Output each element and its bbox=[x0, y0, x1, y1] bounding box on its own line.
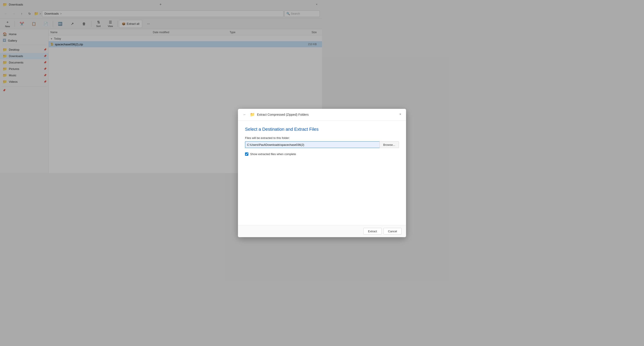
modal-zip-icon: 📁 bbox=[250, 112, 255, 117]
modal-path-input[interactable] bbox=[245, 141, 322, 148]
extract-modal: ← 📁 Extract Compressed (Zipped) Folders … bbox=[238, 109, 322, 173]
modal-folder-label: Files will be extracted to this folder: bbox=[245, 136, 322, 140]
modal-titlebar: ← 📁 Extract Compressed (Zipped) Folders … bbox=[238, 109, 322, 120]
modal-heading: Select a Destination and Extract Files bbox=[245, 127, 322, 132]
show-files-label: Show extracted files when complete bbox=[250, 152, 296, 156]
modal-overlay: ← 📁 Extract Compressed (Zipped) Folders … bbox=[0, 0, 322, 173]
modal-body: Select a Destination and Extract Files F… bbox=[238, 120, 322, 173]
show-files-checkbox[interactable] bbox=[245, 152, 248, 156]
modal-checkbox-row: Show extracted files when complete bbox=[245, 152, 322, 156]
modal-back-button[interactable]: ← bbox=[242, 112, 248, 118]
modal-title: Extract Compressed (Zipped) Folders bbox=[257, 113, 308, 116]
modal-path-row: Browse... bbox=[245, 141, 322, 148]
